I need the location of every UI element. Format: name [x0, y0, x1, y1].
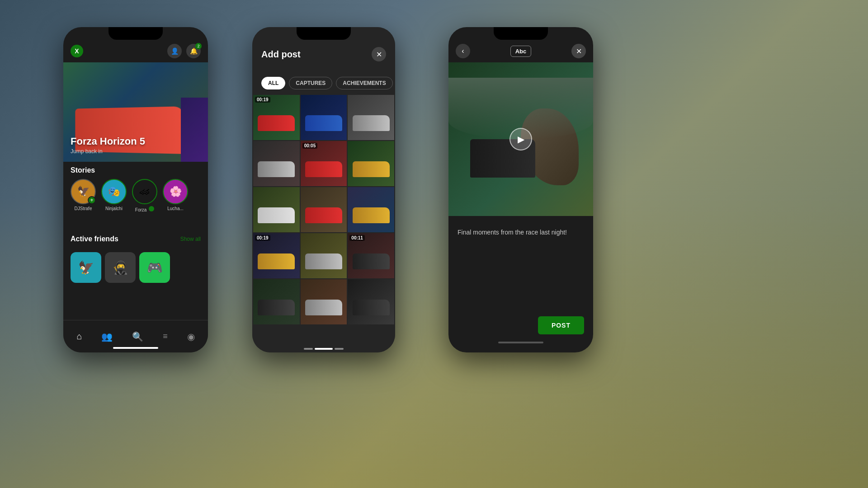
car-shape-4 [258, 161, 295, 177]
scroll-dot-2 [315, 348, 333, 350]
verified-icon [149, 206, 154, 211]
hero-text: Forza Horizon 5 Jump back in [71, 136, 145, 155]
story-avatar-forza: 🏎 [132, 179, 157, 204]
friend-avatar-2[interactable]: 🥷 [105, 252, 136, 283]
capture-cell-2[interactable] [301, 95, 347, 140]
filter-tab-all[interactable]: ALL [261, 77, 285, 89]
modal-overlay: Add post ✕ ALL CAPTURES ACHIEVEMENTS 00:… [252, 27, 395, 352]
right-phone: ‹ Abc ✕ ▶ Final moments from the race la… [448, 27, 593, 352]
nav-item-search[interactable]: 🔍 [127, 328, 149, 346]
filter-tab-captures[interactable]: CAPTURES [289, 77, 332, 89]
notifications-btn[interactable]: 🔔 2 [186, 44, 201, 58]
friend-emoji-3: 🎮 [147, 260, 163, 275]
story-avatar-lucha: 🌸 [163, 179, 188, 204]
nav-item-people[interactable]: 👥 [96, 328, 118, 346]
nav-item-profile[interactable]: ◉ [182, 328, 200, 346]
car-shape-9 [353, 207, 390, 223]
capture-cell-11[interactable] [301, 233, 347, 278]
car-shape-15 [353, 300, 390, 315]
story-name-lucha: Lucha... [167, 206, 184, 211]
car-shape-1 [258, 115, 295, 131]
captures-grid: 00:19 00:05 [252, 95, 395, 352]
capture-cell-7[interactable] [253, 187, 300, 232]
story-item-djstrafe[interactable]: 🦅 + DJStrafe [71, 179, 96, 212]
capture-cell-12[interactable]: 00:11 [348, 233, 394, 278]
modal-header: Add post ✕ [252, 40, 395, 61]
story-item-lucha[interactable]: 🌸 Lucha... [163, 179, 188, 212]
car-shape-12 [353, 253, 390, 269]
abc-button[interactable]: Abc [510, 46, 532, 57]
center-modal-phone: Add post ✕ ALL CAPTURES ACHIEVEMENTS 00:… [252, 27, 395, 352]
capture-cell-9[interactable] [348, 187, 394, 232]
friends-title: Active friends [71, 235, 118, 243]
notification-badge: 2 [195, 43, 202, 49]
story-item-ninjalchi[interactable]: 🎭 Ninjalchi [101, 179, 127, 212]
car-shape-14 [305, 300, 342, 315]
story-emoji-djstrafe: 🦅 [77, 186, 90, 197]
modal-close-button[interactable]: ✕ [372, 47, 386, 61]
right-phone-header: ‹ Abc ✕ [448, 40, 593, 62]
right-close-button[interactable]: ✕ [571, 44, 586, 58]
capture-cell-10[interactable]: 00:19 [253, 233, 300, 278]
car-shape-2 [305, 115, 342, 131]
profile-icon: ◉ [187, 331, 195, 342]
friends-header: Active friends Show all [63, 235, 208, 248]
filter-tab-achievements[interactable]: ACHIEVEMENTS [336, 77, 392, 89]
video-preview[interactable]: ▶ [448, 62, 593, 216]
car-shape-5 [305, 161, 342, 177]
capture-cell-14[interactable] [301, 279, 347, 324]
stories-list: 🦅 + DJStrafe 🎭 Ninjalchi 🏎 Forza [63, 179, 208, 212]
capture-cell-4[interactable] [253, 141, 300, 186]
car-shape-8 [305, 207, 342, 223]
left-phone-header: X 👤 🔔 2 [63, 40, 208, 62]
scroll-dot-3 [335, 348, 344, 350]
person-icon: 👤 [171, 47, 179, 55]
capture-cell-15[interactable] [348, 279, 394, 324]
show-all-link[interactable]: Show all [180, 236, 201, 242]
capture-cell-3[interactable] [348, 95, 394, 140]
hero-banner-2[interactable]: Or... th... [181, 98, 208, 162]
story-item-forza[interactable]: 🏎 Forza [132, 179, 157, 212]
friends-section: Active friends Show all 🦅 🥷 🎮 [63, 235, 208, 283]
story-name-ninjalchi: Ninjalchi [105, 206, 123, 211]
profile-icon-btn[interactable]: 👤 [167, 44, 182, 58]
timestamp-5: 00:05 [302, 143, 318, 149]
caption-area: Final moments from the race last night! [448, 221, 593, 243]
stories-section: Stories 🦅 + DJStrafe 🎭 Ninjalchi 🏎 [63, 166, 208, 212]
car-shape-3 [353, 115, 390, 131]
car-shape-11 [305, 253, 342, 269]
friend-avatar-1[interactable]: 🦅 [71, 252, 101, 283]
timestamp-10: 00:19 [255, 235, 270, 241]
library-icon: ≡ [163, 332, 168, 341]
story-name-djstrafe: DJStrafe [75, 206, 92, 211]
capture-cell-8[interactable] [301, 187, 347, 232]
back-button[interactable]: ‹ [456, 44, 470, 58]
hero-banner[interactable]: Forza Horizon 5 Jump back in Or... th... [63, 62, 208, 162]
play-button[interactable]: ▶ [509, 128, 532, 150]
nav-item-home[interactable]: ⌂ [71, 328, 87, 345]
nav-item-library[interactable]: ≡ [157, 328, 173, 345]
left-phone-notch [108, 27, 163, 40]
bottom-nav: ⌂ 👥 🔍 ≡ ◉ [63, 320, 208, 352]
filter-tabs: ALL CAPTURES ACHIEVEMENTS [252, 77, 395, 89]
caption-text: Final moments from the race last night! [458, 229, 584, 236]
stories-title: Stories [63, 166, 208, 179]
capture-cell-1[interactable]: 00:19 [253, 95, 300, 140]
story-emoji-lucha: 🌸 [170, 186, 182, 197]
center-phone-notch [297, 27, 351, 40]
capture-cell-5[interactable]: 00:05 [301, 141, 347, 186]
xbox-logo[interactable]: X [71, 45, 83, 57]
timestamp-12: 00:11 [349, 235, 365, 241]
scroll-dot-1 [304, 348, 313, 350]
timestamp-1: 00:19 [255, 97, 270, 103]
story-add-icon: + [88, 196, 96, 204]
capture-cell-13[interactable] [253, 279, 300, 324]
search-icon: 🔍 [132, 331, 143, 342]
home-icon: ⌂ [76, 331, 82, 342]
story-emoji-forza: 🏎 [140, 186, 150, 197]
capture-cell-6[interactable] [348, 141, 394, 186]
friend-avatar-3[interactable]: 🎮 [139, 252, 170, 283]
header-icons: 👤 🔔 2 [167, 44, 201, 58]
people-icon: 👥 [101, 331, 113, 342]
post-button[interactable]: POST [538, 316, 584, 334]
